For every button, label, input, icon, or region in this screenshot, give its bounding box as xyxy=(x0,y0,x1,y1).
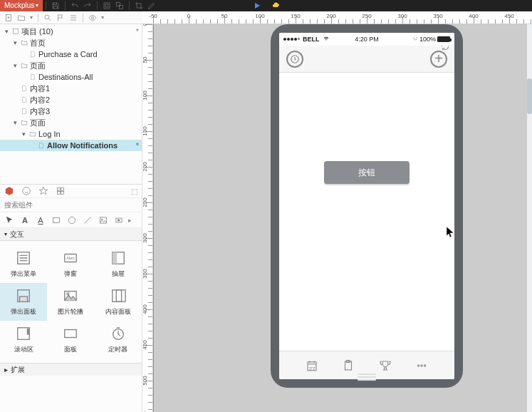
flag-icon[interactable] xyxy=(55,12,66,24)
component-carousel[interactable]: 图片轮播 xyxy=(47,283,94,321)
redo-icon[interactable] xyxy=(81,0,94,11)
rect-tool-icon[interactable] xyxy=(50,214,63,227)
visibility-icon[interactable] xyxy=(87,12,98,24)
tree-item[interactable]: 内容2 xyxy=(0,94,142,105)
component-content-panel[interactable]: 内容面板 xyxy=(95,283,142,321)
panel-icon xyxy=(62,325,79,342)
component-panel[interactable]: 面板 xyxy=(47,321,94,359)
new-folder-icon[interactable] xyxy=(16,12,27,24)
tree-item-label: Log In xyxy=(38,130,139,138)
svg-point-6 xyxy=(92,16,94,19)
tree-item[interactable]: 内容1 xyxy=(0,83,142,94)
brand-menu[interactable]: Mockplus ▾ xyxy=(0,0,43,11)
new-page-icon[interactable] xyxy=(3,12,14,24)
component-label: 弹窗 xyxy=(64,269,77,279)
tab-calendar[interactable]: 27 xyxy=(306,359,318,372)
content-panel-icon xyxy=(110,287,127,304)
collapse-icon[interactable]: ▾ xyxy=(3,28,10,35)
folder-icon xyxy=(20,39,28,46)
star-icon[interactable] xyxy=(38,186,48,196)
collapse-icon[interactable]: ▾ xyxy=(11,119,19,126)
chevron-down-icon[interactable]: ▾ xyxy=(28,12,34,24)
collapse-icon[interactable]: ▾ xyxy=(20,130,27,138)
svg-point-37 xyxy=(418,364,419,366)
folder-icon xyxy=(20,62,28,69)
svg-rect-30 xyxy=(28,329,29,334)
component-label: 滚动区 xyxy=(14,345,33,354)
tree-item[interactable]: Purchase a Card xyxy=(0,48,142,60)
tree-item[interactable]: ▾首页 xyxy=(0,37,142,48)
svg-rect-27 xyxy=(113,290,122,302)
tree-item[interactable]: Allow Notifications* xyxy=(0,140,142,151)
component-grid: 弹出菜单Alert弹窗抽屉弹出面板图片轮播内容面板滚动区面板定时器 xyxy=(0,241,142,363)
component-popup-panel[interactable]: 弹出面板 xyxy=(0,283,47,321)
wifi-icon xyxy=(323,36,330,43)
smiley-icon[interactable] xyxy=(21,186,31,196)
svg-point-26 xyxy=(67,293,69,295)
category-title: 交互 xyxy=(10,230,24,240)
grid-icon[interactable] xyxy=(56,186,66,196)
group-icon[interactable] xyxy=(100,0,113,11)
widgets-icon[interactable] xyxy=(4,186,14,196)
svg-point-8 xyxy=(23,187,31,195)
chevron-down-icon: ▾ xyxy=(36,0,38,11)
tree-item-label: 内容1 xyxy=(30,83,139,94)
save-icon[interactable] xyxy=(49,0,62,11)
tree-item[interactable]: Destinations-All xyxy=(0,71,142,83)
tree-item[interactable]: ▾页面 xyxy=(0,60,142,71)
carrier-label: BELL xyxy=(303,36,320,43)
hotspot-tool-icon[interactable] xyxy=(113,214,125,227)
tab-trophy[interactable] xyxy=(379,359,392,372)
chevron-down-icon[interactable]: ▾ xyxy=(100,12,105,24)
component-alert[interactable]: Alert弹窗 xyxy=(47,245,94,283)
line-tool-icon[interactable] xyxy=(81,214,94,227)
image-tool-icon[interactable] xyxy=(97,214,110,227)
component-drawer[interactable]: 抽屉 xyxy=(95,245,142,283)
component-timer[interactable]: 定时器 xyxy=(95,321,142,359)
collapse-icon[interactable]: ▾ xyxy=(11,62,19,69)
tab-more[interactable] xyxy=(415,359,428,372)
extension-header[interactable]: ▸ 扩展 xyxy=(0,363,142,376)
component-label: 面板 xyxy=(64,345,77,354)
svg-rect-22 xyxy=(113,252,117,264)
cloud-sync-icon[interactable] xyxy=(269,0,282,11)
search-icon[interactable] xyxy=(42,12,53,24)
project-tree: ▾ 项目 (10) * ▾首页Purchase a Card▾页面Destina… xyxy=(0,24,142,184)
component-popup-menu[interactable]: 弹出菜单 xyxy=(0,245,47,283)
play-icon[interactable] xyxy=(251,0,264,11)
text-tool-icon[interactable]: A xyxy=(19,214,31,227)
svg-rect-28 xyxy=(116,290,125,302)
component-label: 弹出菜单 xyxy=(11,269,36,279)
canvas[interactable]: 050100150200250300350400450500550600650 … xyxy=(142,24,532,412)
tree-item-label: 首页 xyxy=(30,38,139,48)
tree-item[interactable]: ▾Log In xyxy=(0,128,142,140)
annotate-icon[interactable] xyxy=(145,0,158,11)
alert-icon: Alert xyxy=(62,249,79,267)
tree-item[interactable]: ▾页面 xyxy=(0,117,142,128)
svg-rect-15 xyxy=(100,217,106,222)
component-search-input[interactable] xyxy=(4,201,137,209)
tree-root[interactable]: ▾ 项目 (10) * xyxy=(0,26,142,37)
component-scroll-area[interactable]: 滚动区 xyxy=(0,321,47,359)
ungroup-icon[interactable] xyxy=(113,0,126,11)
circle-tool-icon[interactable] xyxy=(66,214,78,227)
svg-rect-11 xyxy=(57,192,60,195)
primary-button[interactable]: 按钮 xyxy=(324,161,410,184)
drawer-icon xyxy=(110,249,127,267)
extension-title: 扩展 xyxy=(11,365,25,375)
crop-icon[interactable] xyxy=(132,0,145,11)
component-search[interactable] xyxy=(0,198,142,212)
tree-item[interactable]: 内容3 xyxy=(0,105,142,117)
label-tool-icon[interactable]: A xyxy=(34,214,47,227)
svg-rect-31 xyxy=(65,330,77,338)
cursor-tool-icon[interactable] xyxy=(3,214,16,227)
popup-menu-icon xyxy=(15,249,32,267)
tab-clipboard[interactable] xyxy=(342,359,355,372)
guide-vertical[interactable] xyxy=(153,24,154,412)
collapse-icon[interactable]: ▾ xyxy=(11,39,19,46)
list-icon[interactable] xyxy=(68,12,79,24)
category-header[interactable]: ▾ 交互 xyxy=(0,228,142,241)
undo-icon[interactable] xyxy=(68,0,81,11)
more-tools-icon[interactable]: ▸ xyxy=(128,217,132,224)
history-button[interactable] xyxy=(286,51,303,68)
